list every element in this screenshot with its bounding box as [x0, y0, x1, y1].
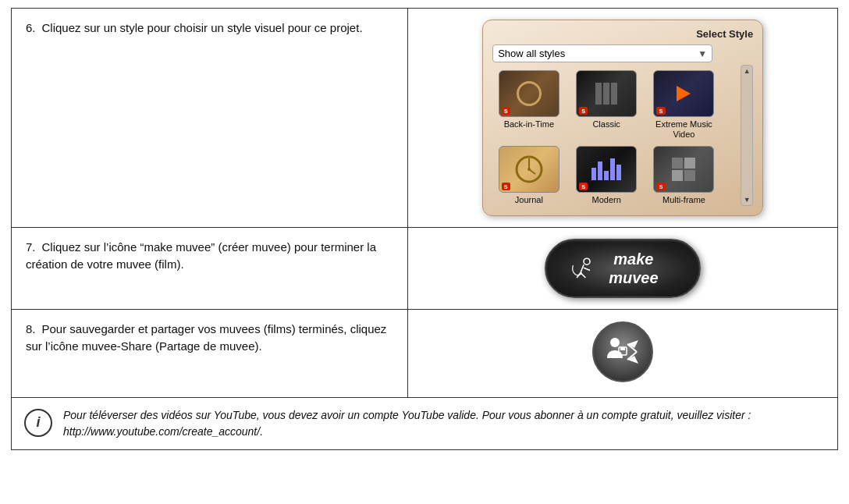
style-item-multiframe[interactable]: s Multi-frame	[648, 146, 720, 205]
style-label-modern: Modern	[592, 195, 621, 205]
instructions-table: 6.Cliquez sur un style pour choisir un s…	[11, 8, 838, 398]
s-badge: s	[502, 183, 510, 190]
step-6-text: Cliquez sur un style pour choisir un sty…	[42, 21, 363, 34]
make-muvee-text: make muvee	[609, 250, 658, 287]
svg-rect-14	[620, 347, 625, 350]
style-label-classic: Classic	[592, 119, 620, 130]
style-thumb-classic[interactable]: s	[576, 70, 637, 117]
style-thumb-extreme[interactable]: s	[653, 70, 714, 117]
step-8-text-cell: 8.Pour sauvegarder et partager vos muvee…	[12, 309, 408, 397]
step-8-number: 8.	[26, 322, 36, 335]
style-grid: s Back-in-Time	[492, 70, 720, 206]
style-label-extreme: Extreme Music Video	[648, 119, 720, 140]
info-icon: i	[24, 409, 52, 437]
step-7-text: Cliquez sur l’icône “make muvee” (créer …	[26, 240, 376, 272]
s-badge: s	[579, 107, 588, 115]
select-style-panel: Select Style Show all styles ▼	[482, 20, 763, 216]
s-badge: s	[656, 183, 665, 190]
style-thumb-back-in-time[interactable]: s	[499, 70, 559, 117]
table-row: 8.Pour sauvegarder et partager vos muvee…	[12, 309, 838, 397]
bars-icon	[591, 158, 621, 180]
make-muvee-line2: muvee	[609, 268, 658, 287]
svg-point-10	[610, 338, 620, 347]
s-badge: s	[656, 107, 665, 115]
muvee-share-icon[interactable]	[591, 321, 654, 383]
style-item-modern[interactable]: s Modern	[570, 146, 642, 205]
style-thumb-multiframe[interactable]: s	[653, 146, 714, 193]
clock-icon	[517, 81, 542, 106]
style-item-classic[interactable]: s Classic	[570, 70, 642, 140]
svg-line-5	[581, 264, 584, 272]
svg-point-9	[593, 322, 652, 382]
style-label-multiframe: Multi-frame	[663, 195, 705, 205]
dropdown-label: Show all styles	[498, 48, 565, 59]
journal-icon	[513, 154, 545, 185]
grid-icon	[672, 158, 695, 181]
style-item-journal[interactable]: s Journal	[492, 146, 565, 205]
s-badge: s	[579, 183, 588, 190]
make-muvee-line1: make	[609, 250, 658, 268]
svg-point-4	[584, 258, 590, 264]
play-icon	[677, 86, 691, 101]
style-thumb-journal[interactable]: s	[499, 146, 559, 193]
step-7-text-cell: 7.Cliquez sur l’icône “make muvee” (crée…	[12, 227, 408, 309]
scrollbar-up-icon[interactable]: ▲	[741, 67, 752, 75]
table-row: 6.Cliquez sur un style pour choisir un s…	[12, 9, 838, 228]
step-6-number: 6.	[26, 21, 36, 34]
dropdown-arrow-icon: ▼	[698, 48, 707, 59]
show-all-styles-dropdown[interactable]: Show all styles ▼	[492, 44, 712, 62]
make-muvee-icon	[568, 253, 599, 284]
s-badge: s	[502, 107, 510, 115]
step-6-text-cell: 6.Cliquez sur un style pour choisir un s…	[12, 9, 408, 228]
style-label-journal: Journal	[515, 195, 543, 205]
svg-line-8	[584, 268, 590, 270]
step-7-image-cell: make muvee	[408, 227, 838, 309]
step-8-image-cell	[408, 309, 838, 397]
step-7-number: 7.	[26, 240, 36, 254]
step-8-text: Pour sauvegarder et partager vos muvees …	[26, 322, 386, 353]
select-style-title: Select Style	[492, 28, 753, 40]
film-strips-icon	[595, 83, 617, 105]
scrollbar-down-icon[interactable]: ▼	[741, 196, 752, 204]
style-label-back-in-time: Back-in-Time	[504, 119, 554, 130]
style-item-extreme[interactable]: s Extreme Music Video	[648, 70, 720, 140]
style-item-back-in-time[interactable]: s Back-in-Time	[492, 70, 565, 140]
svg-point-3	[528, 168, 531, 171]
info-text: Pour téléverser des vidéos sur YouTube, …	[63, 407, 825, 440]
info-box: i Pour téléverser des vidéos sur YouTube…	[11, 398, 838, 450]
step-6-image-cell: Select Style Show all styles ▼	[408, 9, 838, 228]
make-muvee-button[interactable]: make muvee	[545, 239, 701, 298]
table-row: 7.Cliquez sur l’icône “make muvee” (crée…	[12, 227, 838, 309]
style-thumb-modern[interactable]: s	[576, 146, 637, 193]
